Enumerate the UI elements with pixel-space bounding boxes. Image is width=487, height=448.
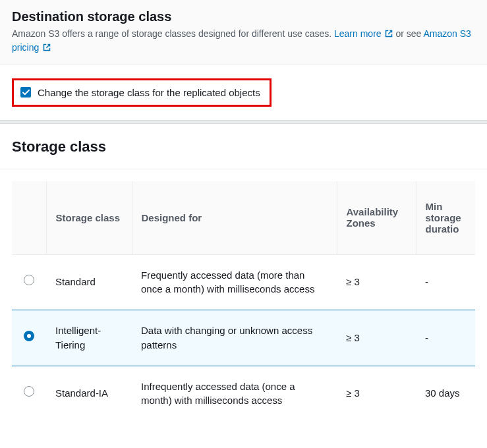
checkbox-section: Change the storage class for the replica… bbox=[0, 65, 487, 120]
or-see-text: or see bbox=[395, 28, 423, 39]
learn-more-link[interactable]: Learn more bbox=[334, 28, 395, 39]
learn-more-label: Learn more bbox=[334, 28, 382, 39]
table-row[interactable]: Standard-IAInfrequently accessed data (o… bbox=[12, 366, 475, 421]
storage-class-table-wrap: Storage class Designed for Availability … bbox=[0, 169, 487, 434]
radio-cell bbox=[12, 310, 46, 366]
table-row[interactable]: StandardFrequently accessed data (more t… bbox=[12, 254, 475, 310]
page-title: Destination storage class bbox=[12, 9, 475, 24]
availability-zones: ≥ 3 bbox=[337, 366, 416, 421]
designed-for: Frequently accessed data (more than once… bbox=[132, 254, 337, 310]
storage-class-name: Standard bbox=[46, 254, 132, 310]
external-link-icon bbox=[385, 28, 393, 41]
min-storage-duration: 30 days bbox=[416, 366, 475, 421]
col-header-select bbox=[12, 181, 46, 255]
page-description: Amazon S3 offers a range of storage clas… bbox=[12, 27, 475, 55]
designed-for: Data with changing or unknown access pat… bbox=[132, 310, 337, 366]
change-storage-class-checkbox[interactable] bbox=[20, 87, 31, 98]
availability-zones: ≥ 3 bbox=[337, 310, 416, 366]
storage-class-name: Intelligent-Tiering bbox=[46, 310, 132, 366]
destination-header: Destination storage class Amazon S3 offe… bbox=[0, 0, 487, 65]
designed-for: Infrequently accessed data (once a month… bbox=[132, 366, 337, 421]
storage-class-radio[interactable] bbox=[24, 275, 34, 285]
availability-zones: ≥ 3 bbox=[337, 254, 416, 310]
external-link-icon bbox=[43, 42, 51, 55]
checkbox-label: Change the storage class for the replica… bbox=[38, 87, 260, 98]
section-title: Storage class bbox=[12, 138, 475, 155]
col-header-storage-class: Storage class bbox=[46, 181, 132, 255]
radio-cell bbox=[12, 366, 46, 421]
radio-cell bbox=[12, 254, 46, 310]
min-storage-duration: - bbox=[416, 254, 475, 310]
storage-class-table: Storage class Designed for Availability … bbox=[12, 181, 475, 422]
min-storage-duration: - bbox=[416, 310, 475, 366]
storage-class-name: Standard-IA bbox=[46, 366, 132, 421]
table-row[interactable]: Intelligent-TieringData with changing or… bbox=[12, 310, 475, 366]
storage-class-radio[interactable] bbox=[24, 386, 34, 397]
table-header-row: Storage class Designed for Availability … bbox=[12, 181, 475, 255]
col-header-availability-zones: Availability Zones bbox=[337, 181, 416, 255]
desc-text: Amazon S3 offers a range of storage clas… bbox=[12, 28, 334, 39]
storage-class-header: Storage class bbox=[0, 124, 487, 169]
checkmark-icon bbox=[22, 90, 30, 96]
col-header-min-storage-duration: Min storage duratio bbox=[416, 181, 475, 255]
storage-class-radio[interactable] bbox=[24, 331, 34, 341]
highlight-box: Change the storage class for the replica… bbox=[12, 78, 272, 107]
col-header-designed-for: Designed for bbox=[132, 181, 337, 255]
